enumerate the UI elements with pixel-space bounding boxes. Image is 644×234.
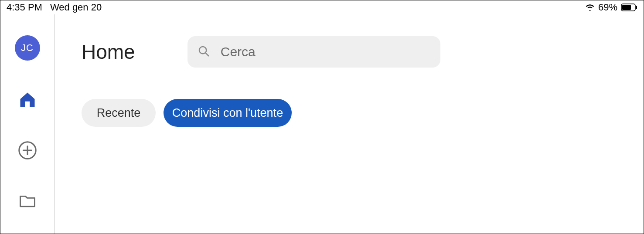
battery-percent: 69%: [598, 2, 617, 13]
search-box[interactable]: [187, 36, 440, 68]
avatar-initials: JC: [21, 42, 34, 54]
svg-rect-1: [622, 5, 631, 10]
search-icon: [197, 44, 210, 59]
sidebar-item-home[interactable]: [17, 90, 38, 111]
tabs: Recente Condivisi con l'utente: [82, 99, 617, 127]
status-right: 69%: [585, 0, 637, 14]
svg-rect-2: [636, 6, 637, 9]
sidebar: JC: [0, 14, 55, 234]
status-date: Wed gen 20: [50, 2, 102, 13]
status-bar: 4:35 PM Wed gen 20 69%: [0, 0, 644, 14]
battery-icon: [621, 3, 637, 11]
avatar[interactable]: JC: [15, 35, 40, 61]
folder-icon: [18, 191, 37, 212]
tab-recent[interactable]: Recente: [82, 99, 156, 127]
content-area: Home Recente Condivisi con l'utente: [55, 14, 644, 234]
status-time: 4:35 PM: [7, 2, 42, 13]
search-input[interactable]: [221, 44, 431, 59]
plus-circle-icon: [17, 140, 37, 162]
tab-shared-label: Condivisi con l'utente: [172, 106, 283, 120]
sidebar-item-folder[interactable]: [17, 191, 38, 212]
page-title: Home: [82, 40, 135, 64]
svg-line-7: [205, 53, 208, 56]
header-row: Home: [82, 36, 617, 68]
tab-recent-label: Recente: [97, 106, 141, 120]
home-icon: [18, 90, 37, 111]
sidebar-item-add[interactable]: [17, 141, 38, 162]
tab-shared[interactable]: Condivisi con l'utente: [164, 99, 292, 127]
wifi-icon: [585, 4, 595, 11]
